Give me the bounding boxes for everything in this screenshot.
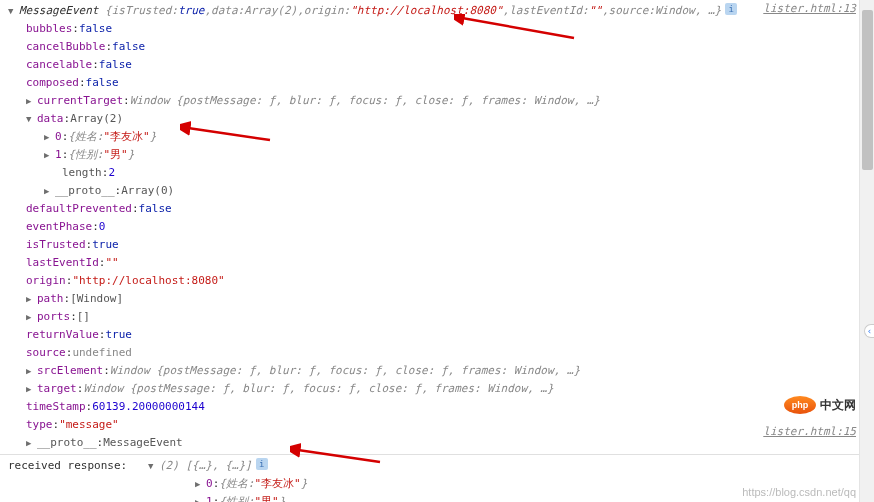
vertical-scrollbar[interactable]: [859, 0, 874, 502]
disclosure-triangle-right-icon[interactable]: ▶: [26, 93, 35, 109]
divider: [0, 454, 874, 455]
disclosure-triangle-right-icon[interactable]: ▶: [195, 476, 204, 492]
prop-cancelable[interactable]: cancelable: false: [0, 56, 874, 74]
php-logo-icon: php: [784, 396, 816, 414]
disclosure-triangle-right-icon[interactable]: ▶: [26, 363, 35, 379]
prop-isTrusted[interactable]: isTrusted: true: [0, 236, 874, 254]
prop-defaultPrevented[interactable]: defaultPrevented: false: [0, 200, 874, 218]
console-output: lister.html:13 ▼ MessageEvent { isTruste…: [0, 0, 874, 502]
source-link[interactable]: lister.html:15: [763, 425, 856, 438]
prop-eventPhase[interactable]: eventPhase: 0: [0, 218, 874, 236]
disclosure-triangle-down-icon[interactable]: ▼: [8, 3, 17, 19]
prop-proto[interactable]: ▶__proto__: MessageEvent: [0, 434, 874, 452]
prop-currentTarget[interactable]: ▶currentTarget: Window {postMessage: ƒ, …: [0, 92, 874, 110]
prop-target[interactable]: ▶target: Window {postMessage: ƒ, blur: ƒ…: [0, 380, 874, 398]
scrollbar-thumb[interactable]: [862, 10, 873, 170]
watermark: https://blog.csdn.net/qq: [742, 486, 856, 498]
info-icon[interactable]: i: [725, 3, 737, 15]
prop-bubbles[interactable]: bubbles: false: [0, 20, 874, 38]
prop-path[interactable]: ▶path: [Window]: [0, 290, 874, 308]
prop-length[interactable]: length: 2: [0, 164, 874, 182]
prop-origin[interactable]: origin: "http://localhost:8080": [0, 272, 874, 290]
disclosure-triangle-right-icon[interactable]: ▶: [26, 309, 35, 325]
prop-type[interactable]: type: "message": [0, 416, 874, 434]
prop-ports[interactable]: ▶ports: []: [0, 308, 874, 326]
response-label: received response:: [8, 458, 148, 474]
object-class: MessageEvent: [19, 3, 98, 19]
data-item-1[interactable]: ▶1: {性别: "男"}: [0, 146, 874, 164]
prop-cancelBubble[interactable]: cancelBubble: false: [0, 38, 874, 56]
info-icon[interactable]: i: [256, 458, 268, 470]
disclosure-triangle-right-icon[interactable]: ▶: [44, 129, 53, 145]
disclosure-triangle-right-icon[interactable]: ▶: [26, 381, 35, 397]
data-item-0[interactable]: ▶0: {姓名: "李友冰"}: [0, 128, 874, 146]
prop-source[interactable]: source: undefined: [0, 344, 874, 362]
disclosure-triangle-right-icon[interactable]: ▶: [195, 494, 204, 502]
prop-srcElement[interactable]: ▶srcElement: Window {postMessage: ƒ, blu…: [0, 362, 874, 380]
prop-returnValue[interactable]: returnValue: true: [0, 326, 874, 344]
disclosure-triangle-right-icon[interactable]: ▶: [26, 291, 35, 307]
response-summary[interactable]: received response: ▼ (2) [{…}, {…}] i: [0, 457, 874, 475]
php-badge: php 中文网: [784, 396, 856, 414]
disclosure-triangle-right-icon[interactable]: ▶: [26, 435, 35, 451]
disclosure-triangle-right-icon[interactable]: ▶: [44, 147, 53, 163]
message-event-summary[interactable]: ▼ MessageEvent { isTrusted: true, data: …: [0, 2, 874, 20]
side-handle-icon[interactable]: ‹: [864, 324, 874, 338]
source-link[interactable]: lister.html:13: [763, 2, 856, 15]
disclosure-triangle-down-icon[interactable]: ▼: [26, 111, 35, 127]
prop-proto-array[interactable]: ▶__proto__: Array(0): [0, 182, 874, 200]
prop-data[interactable]: ▼data: Array(2): [0, 110, 874, 128]
prop-lastEventId[interactable]: lastEventId: "": [0, 254, 874, 272]
disclosure-triangle-down-icon[interactable]: ▼: [148, 458, 157, 474]
php-badge-text: 中文网: [820, 397, 856, 414]
prop-timeStamp[interactable]: timeStamp: 60139.20000000144: [0, 398, 874, 416]
disclosure-triangle-right-icon[interactable]: ▶: [44, 183, 53, 199]
prop-composed[interactable]: composed: false: [0, 74, 874, 92]
